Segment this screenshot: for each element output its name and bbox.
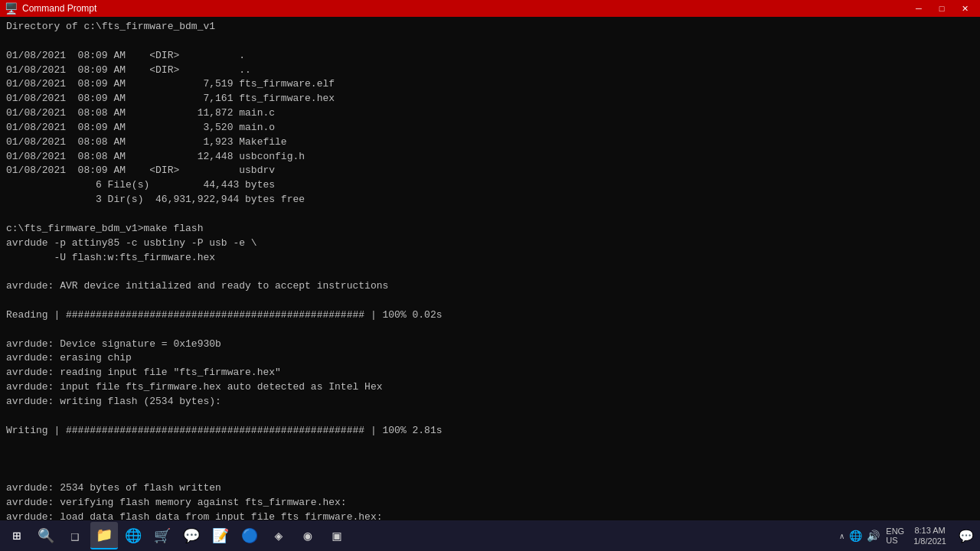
- titlebar-icon: 🖥️: [5, 2, 18, 15]
- taskbar-skype[interactable]: 💬: [178, 522, 205, 549]
- titlebar-title: Command Prompt: [22, 3, 96, 14]
- console-output: Directory of c:\fts_firmware_bdm_v1 01/0…: [0, 17, 980, 520]
- taskbar-right: ∧ 🌐 🔊 ENGUS 8:13 AM 1/8/2021 💬: [836, 525, 977, 547]
- taskbar-fileexplorer[interactable]: 📁: [90, 522, 118, 549]
- taskbar-search[interactable]: 🔍: [32, 522, 60, 549]
- maximize-button[interactable]: □: [931, 0, 952, 17]
- taskbar-app2[interactable]: ◉: [294, 522, 322, 549]
- taskbar-taskview[interactable]: ❑: [61, 522, 89, 549]
- taskbar-edge[interactable]: 🌐: [119, 522, 147, 549]
- minimize-button[interactable]: ─: [908, 0, 929, 17]
- taskbar-app3[interactable]: ▣: [323, 522, 351, 549]
- clock-date: 1/8/2021: [913, 536, 946, 546]
- start-button[interactable]: ⊞: [3, 522, 31, 549]
- taskbar-app1[interactable]: ◈: [265, 522, 292, 549]
- taskbar-stickynotes[interactable]: 📝: [207, 522, 234, 549]
- tray-network: 🌐: [849, 530, 862, 542]
- taskbar-store[interactable]: 🛒: [149, 522, 176, 549]
- system-tray: ∧ 🌐 🔊: [836, 530, 883, 542]
- taskbar-left: ⊞ 🔍 ❑ 📁 🌐 🛒 💬 📝 🔵 ◈ ◉ ▣: [3, 522, 351, 549]
- taskbar: ⊞ 🔍 ❑ 📁 🌐 🛒 💬 📝 🔵 ◈ ◉ ▣ ∧ 🌐 🔊 ENGUS 8:13…: [0, 520, 980, 551]
- notification-icon[interactable]: 💬: [956, 529, 977, 543]
- titlebar-controls: ─ □ ✕: [908, 0, 975, 17]
- titlebar-left: 🖥️ Command Prompt: [5, 2, 96, 15]
- clock-time: 8:13 AM: [913, 525, 946, 536]
- clock-area[interactable]: 8:13 AM 1/8/2021: [907, 525, 952, 547]
- tray-volume: 🔊: [867, 530, 880, 542]
- titlebar: 🖥️ Command Prompt ─ □ ✕: [0, 0, 980, 17]
- taskbar-chrome[interactable]: 🔵: [236, 522, 263, 549]
- language-badge[interactable]: ENGUS: [886, 527, 904, 545]
- close-button[interactable]: ✕: [954, 0, 975, 17]
- tray-chevron[interactable]: ∧: [839, 532, 844, 540]
